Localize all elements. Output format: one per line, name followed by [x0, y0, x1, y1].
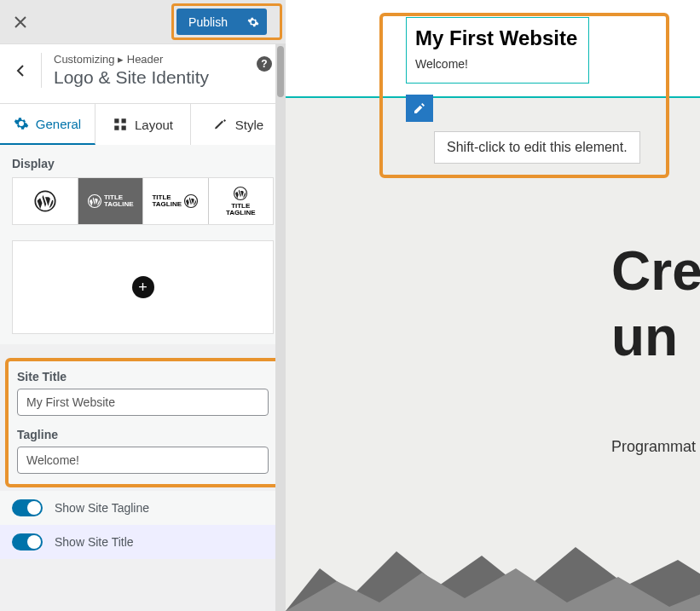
wordpress-icon	[33, 189, 57, 213]
show-tagline-row: Show Site Tagline	[0, 491, 286, 525]
publish-highlight: Publish	[171, 3, 282, 40]
back-button[interactable]	[0, 62, 41, 79]
publish-settings-button[interactable]	[240, 9, 267, 35]
svg-rect-1	[121, 118, 125, 123]
publish-button[interactable]: Publish	[176, 9, 240, 35]
svg-rect-2	[114, 126, 119, 130]
wordpress-icon	[183, 193, 199, 209]
hero-subtext: Programmat	[611, 438, 696, 456]
display-opt-logo-title-inline[interactable]: TITLETAGLINE	[78, 178, 144, 224]
pencil-icon	[413, 101, 426, 115]
site-title-label: Site Title	[17, 370, 269, 383]
mountain-image	[286, 543, 700, 611]
gear-icon	[247, 16, 259, 28]
brush-icon	[213, 117, 229, 132]
chevron-left-icon	[12, 62, 29, 79]
site-title-input[interactable]	[17, 389, 269, 416]
preview-tagline: Welcome!	[415, 57, 580, 71]
breadcrumb-path: Customizing ▸ Header	[54, 53, 272, 66]
close-customizer-button[interactable]	[0, 0, 41, 44]
display-opt-logo-title-stacked[interactable]: TITLETAGLINE	[209, 178, 274, 224]
preview-site-title: My First Website	[415, 26, 580, 50]
logo-upload-box[interactable]: +	[12, 240, 274, 334]
edit-tooltip: Shift-click to edit this element.	[434, 131, 640, 164]
show-tagline-toggle[interactable]	[12, 499, 43, 516]
hero-heading: Creun	[611, 239, 700, 370]
display-options: TITLETAGLINE TITLETAGLINE TITLETAGLINE	[12, 177, 274, 225]
display-opt-title-logo-inline[interactable]: TITLETAGLINE	[143, 178, 209, 224]
show-title-row: Show Site Title	[0, 525, 286, 559]
edit-shortcut-button[interactable]	[406, 95, 433, 122]
help-button[interactable]: ?	[257, 56, 272, 72]
tab-label: Layout	[135, 118, 173, 132]
tab-label: General	[36, 117, 81, 131]
wordpress-icon	[233, 186, 248, 201]
tab-style[interactable]: Style	[191, 104, 286, 145]
svg-rect-0	[114, 118, 119, 123]
page-title: Logo & Site Identity	[54, 67, 272, 88]
wordpress-icon	[87, 193, 102, 209]
show-title-label: Show Site Title	[55, 535, 134, 549]
customizer-topbar: Publish	[0, 0, 286, 44]
tagline-input[interactable]	[17, 447, 269, 474]
tab-layout[interactable]: Layout	[95, 104, 191, 145]
tagline-label: Tagline	[17, 428, 269, 441]
plus-icon: +	[132, 276, 154, 298]
show-tagline-label: Show Site Tagline	[55, 501, 149, 515]
gear-icon	[14, 116, 29, 131]
show-title-toggle[interactable]	[12, 533, 43, 550]
preview-pane: My First Website Welcome! Shift-click to…	[286, 0, 700, 611]
display-opt-logo[interactable]	[13, 178, 78, 224]
display-label: Display	[12, 157, 274, 170]
identity-highlight: Site Title Tagline	[5, 358, 281, 487]
svg-rect-3	[121, 126, 125, 130]
breadcrumb-row: Customizing ▸ Header Logo & Site Identit…	[0, 44, 286, 104]
preview-site-identity[interactable]: My First Website Welcome!	[406, 17, 589, 84]
customizer-tabs: General Layout Style	[0, 104, 286, 145]
tab-general[interactable]: General	[0, 104, 95, 145]
x-icon	[14, 16, 26, 28]
sidebar-scrollbar[interactable]	[275, 44, 286, 611]
tab-label: Style	[235, 118, 263, 132]
display-section: Display TITLETAGLINE TITLETAGLINE TITLET…	[0, 145, 286, 344]
layout-icon	[113, 117, 128, 132]
